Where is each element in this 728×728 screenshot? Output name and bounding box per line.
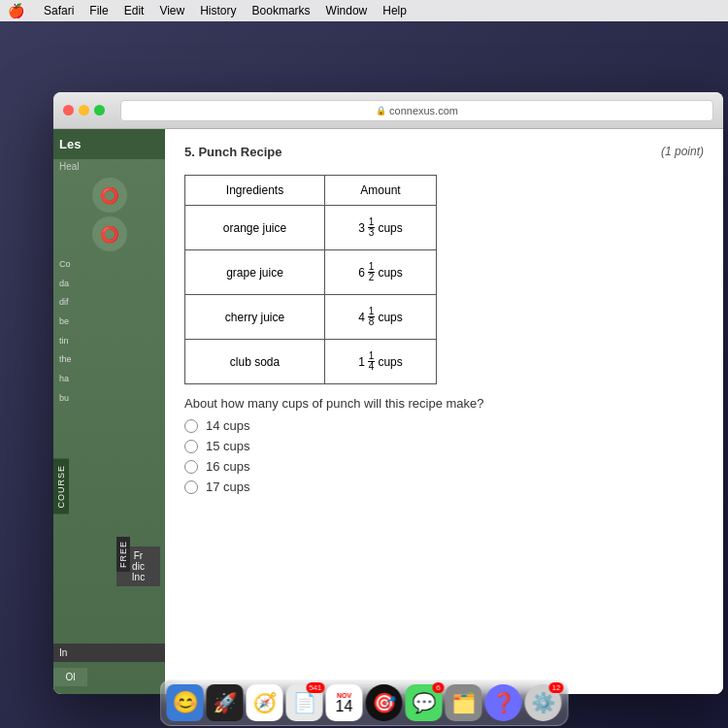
table-row: orange juice 3 1 3 cups [185,206,437,250]
dock-documents[interactable]: 📄 541 [286,684,323,721]
choice-17[interactable]: 17 cups [184,480,704,494]
recipe-table: Ingredients Amount orange juice 3 1 3 [184,175,437,384]
choice-14-label: 14 cups [206,418,250,433]
ingredient-soda: club soda [185,340,325,384]
dock-files[interactable]: 🗂️ [446,684,482,721]
dock-messages[interactable]: 💬 6 [406,684,443,721]
sidebar-text-ha: ha [53,370,165,389]
choice-15-label: 15 cups [206,439,250,453]
choice-14[interactable]: 14 cups [184,418,704,433]
help-menu[interactable]: Help [382,4,407,17]
dock-badge-settings: 12 [549,682,564,693]
history-menu[interactable]: History [200,4,236,17]
dock-rocket[interactable]: 🚀 [207,684,244,721]
desktop: 🍎 Safari File Edit View History Bookmark… [0,0,728,728]
sidebar-subheader: Heal [53,159,165,174]
window-menu[interactable]: Window [326,4,368,17]
sidebar-text-bu: bu [53,389,165,409]
fullscreen-button[interactable] [94,105,105,116]
choice-15[interactable]: 15 cups [184,439,704,453]
table-header-ingredients: Ingredients [185,176,325,206]
table-row: grape juice 6 1 2 cups [185,250,437,295]
choice-16[interactable]: 16 cups [184,459,704,474]
question-text: About how many cups of punch will this r… [184,396,704,411]
amount-grape: 6 1 2 cups [324,250,436,295]
dock-calendar[interactable]: NOV 14 [326,684,363,721]
sidebar-ol: Ol [53,668,87,686]
file-menu[interactable]: File [89,4,108,17]
dock-help[interactable]: ❓ [485,684,522,721]
safari-menu[interactable]: Safari [44,4,74,17]
bookmarks-menu[interactable]: Bookmarks [252,4,311,17]
ingredient-cherry: cherry juice [185,295,325,340]
table-header-amount: Amount [324,176,436,206]
menubar: 🍎 Safari File Edit View History Bookmark… [0,0,728,21]
url-bar[interactable]: 🔒 connexus.com [120,100,713,121]
close-button[interactable] [63,105,74,116]
url-text: connexus.com [389,105,458,116]
free-label: FREE [116,537,130,572]
sidebar-header: Les [53,129,165,159]
dock: 😊 🚀 🧭 📄 541 NOV 14 🎯 💬 6 🗂️ ❓ ⚙ [160,679,569,726]
dock-finder[interactable]: 😊 [167,684,204,721]
radio-16[interactable] [184,460,198,474]
ingredient-orange: orange juice [185,206,325,250]
amount-orange: 3 1 3 cups [324,206,436,250]
amount-soda: 1 1 4 cups [324,340,436,384]
table-row: club soda 1 1 4 cups [185,340,437,384]
question-number: 5. Punch Recipe [184,145,704,159]
radio-15[interactable] [184,440,198,453]
dock-target[interactable]: 🎯 [366,684,403,721]
choice-16-label: 16 cups [206,459,250,474]
dock-badge-messages: 6 [433,682,445,693]
sidebar-text-tin: tin [53,332,165,351]
radio-14[interactable] [184,419,198,433]
sidebar-text-da: da [53,275,165,294]
sidebar-icon-1[interactable]: ⭕ [92,178,127,213]
dock-settings[interactable]: ⚙️ 12 [525,684,562,721]
minimize-button[interactable] [79,105,89,116]
dock-badge-documents: 541 [306,682,324,693]
safari-toolbar: 🔒 connexus.com [53,92,723,129]
question-points: (1 point) [661,145,704,158]
left-sidebar: Les Heal ⭕ ⭕ Co da dif be tin the ha bu … [53,129,165,694]
safari-window: 🔒 connexus.com Les Heal ⭕ ⭕ Co da dif be… [53,92,723,694]
choice-17-label: 17 cups [206,480,250,494]
traffic-lights [63,105,105,116]
course-label: COURSE [53,459,69,514]
view-menu[interactable]: View [159,4,184,17]
sidebar-text-be: be [53,313,165,332]
sidebar-text-dif: dif [53,293,165,313]
sidebar-text-co: Co [53,255,165,275]
dock-safari[interactable]: 🧭 [247,684,283,721]
edit-menu[interactable]: Edit [124,4,145,17]
ingredient-grape: grape juice [185,250,325,295]
lock-icon: 🔒 [376,106,386,116]
sidebar-icon-2[interactable]: ⭕ [92,216,127,251]
apple-menu[interactable]: 🍎 [8,3,24,18]
main-content: (1 point) 5. Punch Recipe Ingredients Am… [165,129,723,694]
table-row: cherry juice 4 1 8 cups [185,295,437,340]
sidebar-bottom: In [53,644,165,662]
radio-17[interactable] [184,480,198,494]
amount-cherry: 4 1 8 cups [324,295,436,340]
sidebar-text-the: the [53,350,165,370]
